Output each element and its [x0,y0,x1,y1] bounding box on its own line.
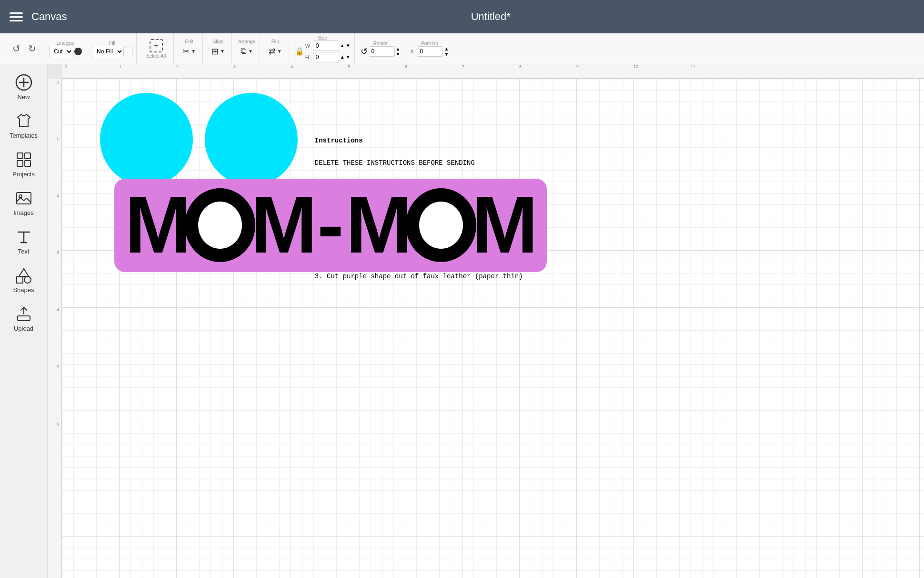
svg-rect-5 [17,161,23,166]
edit-label: Edit [185,39,193,44]
edit-button[interactable]: ✂ ▼ [180,44,199,59]
fill-label: Fill [109,41,115,46]
arrange-chevron-icon: ▼ [248,49,253,54]
size-h-label: H [305,54,312,60]
flip-chevron-icon: ▼ [277,49,282,54]
sidebar-item-text[interactable]: Text [3,223,45,260]
linetype-group: Linetype Cut [45,33,86,64]
ruler-left-mark-2: 2 [57,193,59,198]
undo-redo-group: ↺ ↻ [6,33,43,64]
ruler-mark-1: 1 [119,64,121,69]
size-h-stepper-down[interactable]: ▼ [346,54,351,60]
size-row: 🔒 W ▲ ▼ H ▲ ▼ [295,41,351,62]
arrange-label: Arrange [238,39,255,44]
rotate-group: Rotate ↺ ▲ ▼ [357,33,405,64]
size-w-stepper-up[interactable]: ▲ [340,43,345,48]
size-label: Size [318,35,327,41]
sidebar-item-images[interactable]: Images [3,185,45,221]
ruler-mark-5: 5 [348,64,350,69]
fill-group: Fill No Fill [88,33,137,64]
rotate-stepper-up[interactable]: ▲ [396,46,401,51]
flip-group: Flip ⇄ ▼ [262,33,289,64]
sidebar-item-shapes[interactable]: Shapes [3,262,45,298]
upload-icon [15,305,32,323]
rotate-label: Rotate [373,41,387,46]
grid-canvas: Instructions DELETE THESE INSTRUCTIONS B… [62,79,924,578]
ruler-left-mark-6: 6 [57,422,59,426]
mom2-o1 [406,188,476,262]
edit-group: Edit ✂ ▼ [176,33,203,64]
header: Canvas Untitled* [0,0,924,33]
svg-rect-12 [18,316,30,321]
canvas-area[interactable]: 0 1 2 3 4 5 6 7 8 9 10 11 0 1 2 3 4 [48,64,924,578]
sidebar-images-label: Images [13,209,34,216]
rotate-stepper-down[interactable]: ▼ [396,51,401,57]
sidebar-item-new[interactable]: New [3,69,45,105]
size-h-stepper-up[interactable]: ▲ [340,54,345,60]
align-button[interactable]: ⊞ ▼ [209,44,228,59]
linetype-label: Linetype [57,41,75,46]
arrange-group: Arrange ⧉ ▼ [234,33,260,64]
svg-point-10 [24,276,31,283]
mom-mom-design[interactable]: M M - M M [114,179,547,272]
position-x-stepper-down[interactable]: ▼ [444,51,449,57]
ruler-mark-6: 6 [405,64,407,69]
position-row: X ▲ ▼ [410,46,449,57]
size-h-input[interactable] [313,52,339,62]
select-all-button[interactable]: + Select All [142,37,170,61]
ruler-mark-10: 10 [633,64,638,69]
sidebar-upload-label: Upload [14,325,33,332]
size-h-row: H ▲ ▼ [305,52,351,62]
fill-color-swatch [125,48,132,55]
position-x-stepper-up[interactable]: ▲ [444,46,449,51]
arrange-button[interactable]: ⧉ ▼ [238,44,256,58]
ruler-mark-7: 7 [462,64,464,69]
flip-button[interactable]: ⇄ ▼ [266,44,285,59]
sidebar-item-templates[interactable]: Templates [3,108,45,144]
flip-icon: ⇄ [269,46,276,57]
mom-o1 [185,188,255,262]
fill-select[interactable]: No Fill [92,46,124,57]
arrange-col: Arrange ⧉ ▼ [238,39,256,58]
sidebar-text-label: Text [18,248,30,255]
sidebar-item-projects[interactable]: Projects [3,146,45,183]
linetype-select[interactable]: Cut [49,46,73,57]
sidebar-shapes-label: Shapes [13,286,34,294]
size-col: Size 🔒 W ▲ ▼ H ▲ ▼ [295,35,351,62]
ruler-left-mark-5: 5 [57,365,59,369]
sidebar-new-label: New [17,93,30,101]
undo-button[interactable]: ↺ [10,41,23,56]
ruler-mark-2: 2 [176,64,179,69]
svg-rect-7 [17,193,31,204]
size-w-row: W ▲ ▼ [305,41,351,51]
sidebar-item-upload[interactable]: Upload [3,301,45,337]
size-w-stepper-down[interactable]: ▼ [346,43,351,48]
size-w-input[interactable] [313,41,339,51]
instructions-line6: 3. Cut purple shape out of faux leather … [315,273,523,280]
svg-rect-3 [17,153,23,159]
ruler-left-mark-3: 3 [57,250,59,255]
cyan-circle-left[interactable] [100,93,193,186]
hamburger-menu-icon [10,12,23,21]
position-x-input[interactable] [417,46,443,57]
document-title: Untitled* [471,10,511,22]
rotate-input[interactable] [369,46,395,57]
lock-icon: 🔒 [295,47,304,56]
shirt-icon [15,112,32,130]
linetype-col: Linetype Cut [49,41,82,57]
ruler-mark-4: 4 [291,64,293,69]
mom-m2: M [251,187,315,264]
align-col: Align ⊞ ▼ [209,39,228,59]
select-all-group: + Select All [139,33,174,64]
sidebar: New Templates Projects [0,64,48,578]
plus-circle-icon [15,74,32,91]
app-title: Canvas [31,10,67,23]
position-group: Position X ▲ ▼ [406,33,452,64]
shapes-icon [15,267,32,284]
rotate-col: Rotate ↺ ▲ ▼ [361,41,401,57]
menu-toggle-button[interactable] [10,12,31,21]
text-t-icon [15,228,32,245]
fill-row: No Fill [92,46,132,57]
header-center: Untitled* [67,10,914,23]
redo-button[interactable]: ↻ [25,41,39,56]
